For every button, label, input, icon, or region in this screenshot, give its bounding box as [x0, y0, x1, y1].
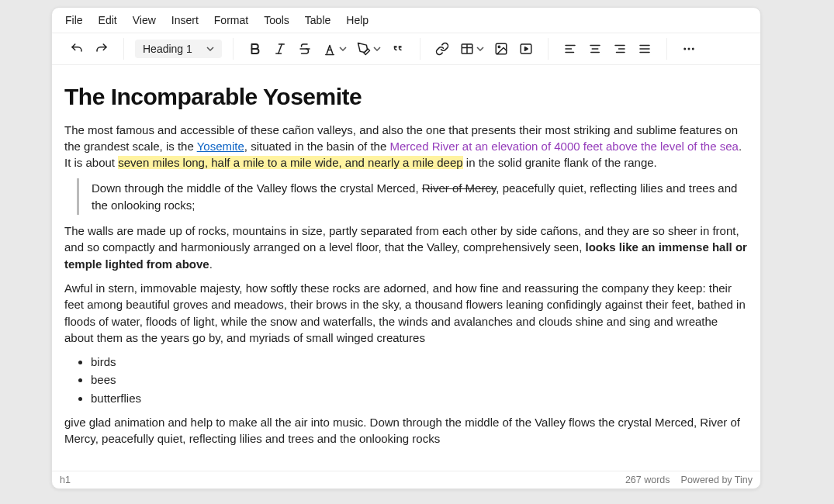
- menu-insert[interactable]: Insert: [171, 12, 199, 28]
- menu-tools[interactable]: Tools: [263, 12, 290, 28]
- toolbar: Heading 1: [52, 33, 760, 65]
- paragraph[interactable]: The walls are made up of rocks, mountain…: [64, 223, 748, 272]
- toolbar-separator: [420, 38, 420, 60]
- editor-window: File Edit View Insert Format Tools Table…: [51, 7, 761, 489]
- svg-point-25: [688, 48, 690, 50]
- blockquote-button[interactable]: [387, 38, 409, 60]
- redo-button[interactable]: [91, 38, 112, 60]
- text-run: in the solid granite flank of the range.: [463, 156, 657, 169]
- italic-button[interactable]: [269, 38, 291, 60]
- text-run: .: [209, 257, 213, 271]
- link-yosemite[interactable]: Yosemite: [197, 140, 244, 153]
- strikethrough-icon: [298, 42, 312, 56]
- align-center-icon: [588, 42, 602, 56]
- list-item[interactable]: butterflies: [91, 390, 748, 406]
- branding[interactable]: Powered by Tiny: [681, 475, 753, 485]
- align-right-button[interactable]: [609, 38, 631, 60]
- blockquote[interactable]: Down through the middle of the Valley fl…: [77, 178, 748, 215]
- bold-button[interactable]: [244, 38, 266, 60]
- bullet-list[interactable]: birds bees butterflies: [72, 354, 748, 406]
- menu-help[interactable]: Help: [345, 12, 369, 28]
- toolbar-separator: [666, 38, 667, 60]
- align-left-icon: [563, 42, 577, 56]
- toolbar-group-insert: [427, 38, 542, 60]
- image-icon: [494, 42, 508, 56]
- more-horizontal-icon: [682, 42, 696, 56]
- paragraph[interactable]: give glad animation and help to make all…: [64, 414, 748, 447]
- menu-edit[interactable]: Edit: [98, 12, 118, 28]
- toolbar-separator: [548, 38, 549, 60]
- menu-file[interactable]: File: [64, 12, 84, 28]
- more-button[interactable]: [678, 38, 700, 60]
- paragraph[interactable]: Awful in stern, immovable majesty, how s…: [64, 280, 748, 346]
- align-justify-icon: [638, 42, 652, 56]
- chevron-down-icon: [373, 47, 381, 51]
- text-run: Down through the middle of the Valley fl…: [92, 181, 422, 195]
- text-run: , situated in the basin of the: [244, 140, 390, 153]
- menubar: File Edit View Insert Format Tools Table…: [52, 8, 760, 33]
- text-color-button[interactable]: [319, 38, 350, 60]
- toolbar-group-block: Heading 1: [130, 40, 227, 58]
- highlighted-text: seven miles long, half a mile to a mile …: [118, 156, 462, 169]
- element-path[interactable]: h1: [60, 475, 71, 485]
- list-item[interactable]: birds: [91, 354, 748, 370]
- media-icon: [519, 42, 533, 56]
- editor-content[interactable]: The Incomparable Yosemite The most famou…: [52, 65, 760, 471]
- strikethrough-text: River of Mercy: [422, 181, 497, 195]
- block-format-label: Heading 1: [143, 43, 192, 55]
- statusbar-right: 267 words Powered by Tiny: [625, 475, 753, 485]
- toolbar-group-history: [61, 38, 117, 60]
- undo-button[interactable]: [66, 38, 88, 60]
- menu-format[interactable]: Format: [213, 12, 249, 28]
- align-left-button[interactable]: [559, 38, 581, 60]
- paragraph[interactable]: The most famous and accessible of these …: [64, 122, 748, 171]
- svg-point-24: [683, 48, 686, 50]
- align-justify-button[interactable]: [634, 38, 656, 60]
- list-item[interactable]: bees: [91, 371, 748, 388]
- doc-title[interactable]: The Incomparable Yosemite: [64, 81, 748, 114]
- toolbar-group-overflow: [673, 38, 704, 60]
- link-button[interactable]: [431, 38, 453, 60]
- redo-icon: [95, 42, 109, 56]
- table-icon: [460, 42, 474, 56]
- menu-table[interactable]: Table: [304, 12, 331, 28]
- media-button[interactable]: [515, 38, 537, 60]
- block-format-select[interactable]: Heading 1: [135, 40, 222, 58]
- highlight-icon: [357, 42, 371, 56]
- toolbar-group-align: [555, 38, 660, 60]
- menu-view[interactable]: View: [132, 12, 157, 28]
- chevron-down-icon: [206, 47, 214, 51]
- toolbar-separator: [123, 38, 124, 60]
- quote-icon: [391, 42, 405, 56]
- table-button[interactable]: [456, 38, 487, 60]
- align-center-button[interactable]: [584, 38, 606, 60]
- highlight-color-button[interactable]: [353, 38, 384, 60]
- undo-icon: [70, 42, 84, 56]
- strikethrough-button[interactable]: [294, 38, 316, 60]
- toolbar-group-text: [240, 38, 414, 60]
- svg-line-2: [279, 44, 282, 54]
- svg-point-9: [498, 46, 500, 47]
- toolbar-separator: [233, 38, 234, 60]
- svg-marker-11: [525, 47, 528, 51]
- bold-icon: [248, 42, 262, 56]
- text-color-icon: [323, 42, 337, 56]
- link-icon: [435, 42, 449, 56]
- chevron-down-icon: [476, 47, 484, 51]
- visited-link-merced[interactable]: Merced River at an elevation of 4000 fee…: [389, 140, 738, 153]
- chevron-down-icon: [339, 47, 347, 51]
- word-count[interactable]: 267 words: [625, 475, 670, 485]
- image-button[interactable]: [490, 38, 512, 60]
- svg-point-26: [692, 48, 694, 50]
- italic-icon: [273, 42, 287, 56]
- align-right-icon: [613, 42, 627, 56]
- statusbar: h1 267 words Powered by Tiny: [52, 471, 760, 488]
